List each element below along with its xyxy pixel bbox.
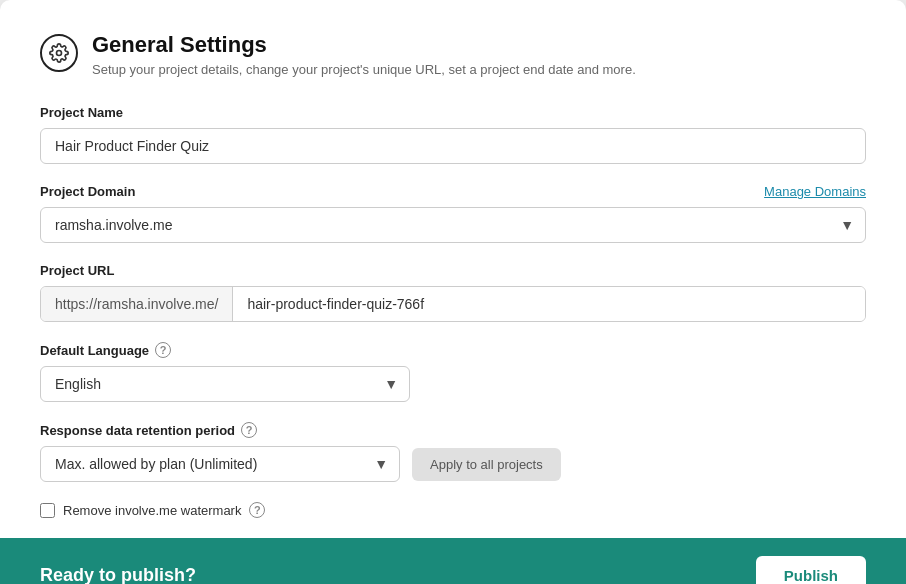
apply-all-button[interactable]: Apply to all projects <box>412 448 561 481</box>
retention-row: Max. allowed by plan (Unlimited) ▼ Apply… <box>40 446 866 482</box>
retention-select-wrapper: Max. allowed by plan (Unlimited) ▼ <box>40 446 400 482</box>
page-header: General Settings Setup your project deta… <box>40 32 866 77</box>
language-help-icon[interactable]: ? <box>155 342 171 358</box>
language-select[interactable]: English <box>40 366 410 402</box>
project-domain-wrapper: ramsha.involve.me ▼ <box>40 207 866 243</box>
watermark-checkbox[interactable] <box>40 503 55 518</box>
url-prefix: https://ramsha.involve.me/ <box>41 287 233 321</box>
page-subtitle: Setup your project details, change your … <box>92 62 636 77</box>
retention-help-icon[interactable]: ? <box>241 422 257 438</box>
project-domain-section: Project Domain Manage Domains ramsha.inv… <box>40 184 866 243</box>
project-url-label: Project URL <box>40 263 866 278</box>
header-text-block: General Settings Setup your project deta… <box>92 32 636 77</box>
retention-select[interactable]: Max. allowed by plan (Unlimited) <box>40 446 400 482</box>
main-window: General Settings Setup your project deta… <box>0 0 906 584</box>
project-name-input[interactable] <box>40 128 866 164</box>
default-language-label: Default Language ? <box>40 342 866 358</box>
project-domain-select[interactable]: ramsha.involve.me <box>40 207 866 243</box>
settings-icon <box>40 34 78 72</box>
url-group: https://ramsha.involve.me/ <box>40 286 866 322</box>
svg-point-0 <box>57 51 62 56</box>
watermark-help-icon[interactable]: ? <box>249 502 265 518</box>
publish-button[interactable]: Publish <box>756 556 866 584</box>
retention-section: Response data retention period ? Max. al… <box>40 422 866 482</box>
content-area: General Settings Setup your project deta… <box>0 0 906 538</box>
project-domain-label: Project Domain <box>40 184 135 199</box>
project-url-section: Project URL https://ramsha.involve.me/ <box>40 263 866 322</box>
watermark-label[interactable]: Remove involve.me watermark <box>63 503 241 518</box>
footer-bar: Ready to publish? Publish <box>0 538 906 584</box>
project-domain-label-row: Project Domain Manage Domains <box>40 184 866 199</box>
manage-domains-link[interactable]: Manage Domains <box>764 184 866 199</box>
url-suffix-input[interactable] <box>233 287 865 321</box>
language-select-wrapper: English ▼ <box>40 366 410 402</box>
project-name-label: Project Name <box>40 105 866 120</box>
default-language-section: Default Language ? English ▼ <box>40 342 866 402</box>
ready-to-publish-text: Ready to publish? <box>40 565 196 584</box>
retention-label: Response data retention period ? <box>40 422 866 438</box>
watermark-row: Remove involve.me watermark ? <box>40 502 866 518</box>
project-name-section: Project Name <box>40 105 866 164</box>
page-title: General Settings <box>92 32 636 58</box>
